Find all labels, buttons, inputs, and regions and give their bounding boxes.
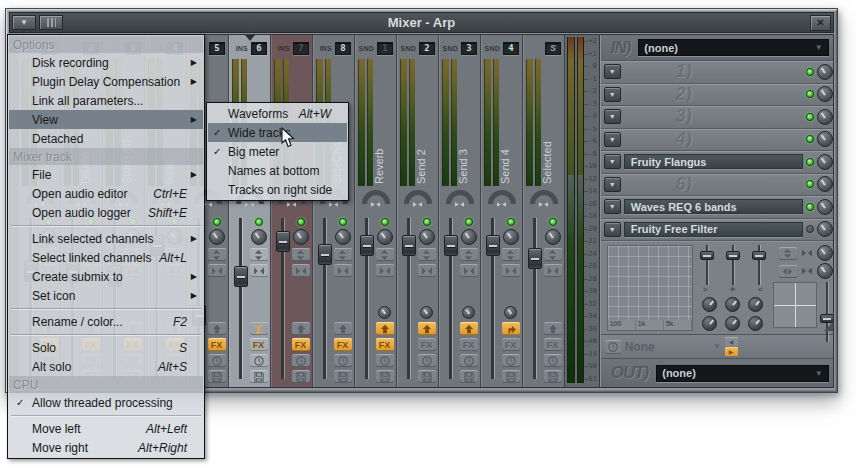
- menu-item-plugin-delay-compensation[interactable]: Plugin Delay Compensation▶: [9, 72, 203, 91]
- mixer-track-strip[interactable]: INS8SideChainFX: [313, 35, 355, 387]
- updown-arrows-icon[interactable]: [208, 248, 226, 261]
- slot-mix-knob[interactable]: [817, 199, 833, 215]
- slot-mix-knob[interactable]: [817, 176, 833, 192]
- slot-dropdown-button[interactable]: ▼: [604, 87, 621, 102]
- slot-dropdown-button[interactable]: ▼: [604, 222, 621, 237]
- close-button[interactable]: ✕: [810, 15, 831, 31]
- submenu-item-big-meter[interactable]: ✓Big meter: [208, 142, 347, 161]
- stereo-width-icon[interactable]: [376, 264, 394, 277]
- fx-enable-button[interactable]: FX: [544, 338, 562, 351]
- updown-arrows-icon[interactable]: [334, 248, 352, 261]
- fader-handle[interactable]: [402, 235, 416, 256]
- stereo-sep-knob[interactable]: [335, 229, 351, 245]
- save-disk-icon[interactable]: [544, 370, 562, 383]
- save-disk-icon[interactable]: [334, 370, 352, 383]
- track-header[interactable]: SND2: [397, 35, 438, 58]
- clock-icon[interactable]: [460, 354, 478, 367]
- menu-item-view[interactable]: View▶: [9, 110, 203, 129]
- slot-mix-knob[interactable]: [817, 154, 833, 170]
- fader-handle[interactable]: [276, 231, 290, 252]
- stereo-sep-knob[interactable]: [503, 229, 519, 245]
- volume-fader[interactable]: [526, 216, 543, 383]
- updown-arrows-icon[interactable]: [376, 248, 394, 261]
- menu-item-set-icon[interactable]: Set icon▶: [9, 286, 203, 305]
- time-select[interactable]: None ▼: [625, 339, 721, 355]
- updown-arrows-icon[interactable]: [779, 247, 797, 260]
- slot-plugin-name[interactable]: Fruity Free Filter: [624, 222, 803, 237]
- save-disk-icon[interactable]: [460, 370, 478, 383]
- updown-arrows-icon[interactable]: [502, 248, 520, 261]
- rack-volume-slider[interactable]: [821, 282, 833, 342]
- updown-arrows-icon[interactable]: [544, 248, 562, 261]
- titlebar[interactable]: Mixer - Arp ▼ ✕: [9, 12, 834, 33]
- menu-item-select-linked-channels[interactable]: Select linked channelsAlt+L: [9, 248, 203, 267]
- clock-icon[interactable]: [334, 354, 352, 367]
- slot-dropdown-button[interactable]: ▼: [604, 154, 621, 169]
- fx-enable-button[interactable]: FX: [502, 338, 520, 351]
- resize-handle[interactable]: [824, 322, 833, 331]
- stereo-sep-knob[interactable]: [293, 229, 309, 245]
- output-select[interactable]: (none) ▼: [656, 365, 828, 382]
- track-pan[interactable]: [481, 186, 522, 216]
- save-disk-icon[interactable]: [292, 370, 310, 383]
- stereo-width-icon[interactable]: [334, 264, 352, 277]
- send-up-arrow-icon[interactable]: [418, 322, 436, 335]
- eq-knob[interactable]: [702, 316, 717, 331]
- mixer-track-strip[interactable]: SND2Send 2FX: [397, 35, 439, 387]
- updown-arrows-icon[interactable]: [250, 248, 268, 261]
- track-enable-led[interactable]: [297, 218, 305, 226]
- track-pan[interactable]: [355, 186, 396, 216]
- track-header[interactable]: SND1: [355, 35, 396, 58]
- fx-slot-row[interactable]: ▼1): [601, 61, 834, 84]
- fx-enable-button[interactable]: FX: [292, 338, 310, 351]
- slider-handle[interactable]: [700, 251, 714, 260]
- send-up-arrow-icon[interactable]: [460, 322, 478, 335]
- track-enable-led[interactable]: [465, 218, 473, 226]
- volume-fader[interactable]: [442, 216, 459, 383]
- stereo-width-icon[interactable]: [460, 264, 478, 277]
- fader-handle[interactable]: [318, 244, 332, 265]
- slot-plugin-name[interactable]: Waves REQ 6 bands: [624, 199, 803, 214]
- slot-enable-led[interactable]: [806, 135, 814, 143]
- track-header[interactable]: INS7: [271, 35, 312, 58]
- menu-item-solo[interactable]: SoloS: [9, 338, 203, 357]
- slot-enable-led[interactable]: [806, 90, 814, 98]
- clock-icon[interactable]: [544, 354, 562, 367]
- sidechain-icon[interactable]: [250, 322, 268, 335]
- slot-enable-led[interactable]: [806, 225, 814, 233]
- stereo-width-icon[interactable]: [418, 264, 436, 277]
- track-header[interactable]: S: [523, 35, 564, 58]
- slot-dropdown-button[interactable]: ▼: [604, 64, 621, 79]
- send-up-arrow-icon[interactable]: [376, 322, 394, 335]
- menu-item-open-audio-logger[interactable]: Open audio loggerShift+E: [9, 203, 203, 222]
- fx-slot-row[interactable]: ▼Fruity Flangus: [601, 151, 834, 174]
- eq-knob[interactable]: [748, 316, 763, 331]
- slot-mix-knob[interactable]: [817, 86, 833, 102]
- save-disk-icon[interactable]: [418, 370, 436, 383]
- menu-item-move-right[interactable]: Move rightAlt+Right: [9, 438, 203, 457]
- stereo-width-icon[interactable]: [250, 264, 268, 277]
- send-up-arrow-icon[interactable]: [292, 322, 310, 335]
- updown-arrows-icon[interactable]: [292, 248, 310, 261]
- volume-fader[interactable]: [274, 216, 291, 383]
- stereo-sep-knob[interactable]: [817, 245, 833, 261]
- save-disk-icon[interactable]: [376, 370, 394, 383]
- slider-handle[interactable]: [752, 251, 766, 260]
- track-header[interactable]: INS8: [313, 35, 354, 58]
- menu-item-move-left[interactable]: Move leftAlt+Left: [9, 419, 203, 438]
- prev-button[interactable]: ◀: [725, 337, 738, 346]
- clock-icon[interactable]: [292, 354, 310, 367]
- slot-enable-led[interactable]: [806, 68, 814, 76]
- slot-mix-knob[interactable]: [817, 64, 833, 80]
- fx-enable-button[interactable]: FX: [460, 338, 478, 351]
- submenu-item-tracks-on-right-side[interactable]: Tracks on right side: [208, 180, 347, 199]
- slot-mix-knob[interactable]: [817, 131, 833, 147]
- fx-slot-row[interactable]: ▼Fruity Free Filter: [601, 219, 834, 242]
- mixer-track-strip[interactable]: SND4Send 4FX: [481, 35, 523, 387]
- slot-dropdown-button[interactable]: ▼: [604, 109, 621, 124]
- menu-item-create-submix-to[interactable]: Create submix to▶: [9, 267, 203, 286]
- slot-enable-led[interactable]: [806, 113, 814, 121]
- menu-item-disk-recording[interactable]: Disk recording▶: [9, 53, 203, 72]
- menu-item-allow-threaded-processing[interactable]: ✓Allow threaded processing: [9, 393, 203, 412]
- slot-dropdown-button[interactable]: ▼: [604, 199, 621, 214]
